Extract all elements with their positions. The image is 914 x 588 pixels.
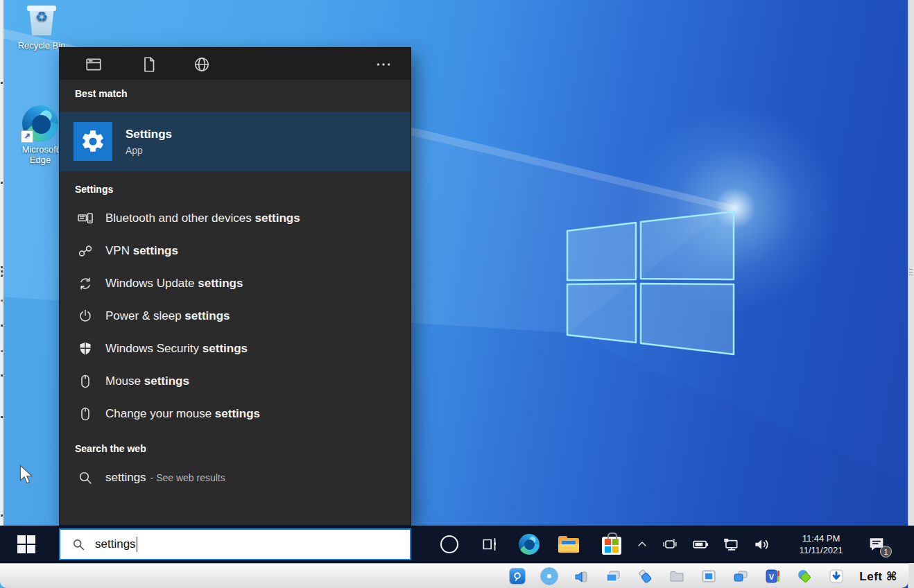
vm-displays-icon[interactable]: [604, 567, 622, 585]
vm-shared-folder-icon[interactable]: [668, 567, 686, 585]
mouse-cursor: [17, 465, 35, 484]
shortcut-arrow-icon: ↗: [21, 130, 33, 143]
search-icon: [77, 469, 94, 486]
speaker-volume-icon: [752, 535, 770, 553]
vm-sound-icon[interactable]: [572, 567, 590, 585]
tray-device-icon: [662, 536, 678, 553]
windows-update-icon: [77, 275, 94, 292]
text-caret: [137, 537, 138, 552]
windows-security-icon: [77, 340, 94, 357]
settings-section-header: Settings: [75, 184, 113, 195]
web-results-suffix: - See web results: [150, 472, 225, 483]
file-explorer-button[interactable]: [553, 526, 584, 563]
scrollbar-grip[interactable]: [909, 269, 913, 276]
action-center-button[interactable]: 1: [860, 526, 893, 563]
tab-more-icon[interactable]: [374, 55, 393, 74]
cortana-icon: [440, 535, 458, 553]
result-vpn-settings[interactable]: VPN settings: [60, 234, 411, 267]
vm-usb-icon[interactable]: [636, 567, 654, 585]
file-explorer-icon: [558, 536, 579, 553]
show-hidden-icons-button[interactable]: [630, 526, 655, 563]
search-input-value: settings: [95, 537, 136, 551]
clock-time: 11:44 PM: [788, 533, 854, 544]
vm-camera-icon[interactable]: [732, 567, 750, 585]
clock-date: 11/11/2021: [788, 544, 854, 556]
result-web-search[interactable]: settings- See web results: [60, 461, 411, 494]
microsoft-store-icon: [602, 537, 621, 555]
bluetooth-devices-icon: [77, 210, 94, 227]
window-left-edge: [0, 0, 3, 563]
task-view-button[interactable]: [474, 526, 505, 563]
mouse-icon: [77, 406, 94, 422]
result-power-sleep-settings[interactable]: Power & sleep settings: [60, 300, 411, 332]
cortana-button[interactable]: [434, 526, 465, 563]
vm-shared-network-icon[interactable]: [795, 567, 813, 585]
result-label: VPN settings: [105, 244, 178, 258]
search-filter-tabs: [60, 48, 411, 80]
power-icon: [77, 308, 94, 325]
chevron-up-icon: [635, 537, 649, 551]
vm-download-icon[interactable]: [827, 567, 845, 585]
vm-hdd-icon[interactable]: [508, 567, 526, 585]
edge-taskbar-button[interactable]: [514, 526, 544, 563]
best-match-result[interactable]: Settings App: [60, 112, 411, 171]
settings-app-icon: [74, 122, 112, 161]
vm-fullscreen-icon[interactable]: [700, 567, 718, 585]
start-button[interactable]: [11, 526, 42, 563]
notification-count-badge: 1: [880, 546, 892, 557]
keyboard-modifier-status: Left ⌘: [859, 569, 897, 584]
result-bluetooth-devices-settings[interactable]: Bluetooth and other devices settings: [60, 202, 411, 234]
best-match-title: Settings: [126, 128, 172, 141]
desktop-screen: ♻ Recycle Bin ↗ Microsoft Edge: [0, 0, 914, 588]
tray-device-button[interactable]: [656, 526, 684, 563]
windows-start-icon: [17, 535, 35, 553]
svg-text:V: V: [769, 573, 775, 581]
best-match-header: Best match: [75, 88, 127, 99]
battery-icon: [691, 535, 709, 553]
search-flyout-panel: Best match Settings App Settings Bluetoo…: [59, 47, 411, 526]
taskbar-search-box[interactable]: settings: [59, 528, 411, 560]
window-right-edge: [908, 0, 914, 588]
task-view-icon: [481, 535, 499, 553]
volume-button[interactable]: [748, 526, 775, 563]
result-label: Power & sleep settings: [105, 309, 230, 323]
result-label: Windows Update settings: [105, 277, 243, 291]
tab-apps-icon[interactable]: [85, 55, 103, 74]
vm-cd-icon[interactable]: [540, 567, 558, 585]
taskbar-clock[interactable]: 11:44 PM 11/11/2021: [788, 526, 854, 563]
result-windows-update-settings[interactable]: Windows Update settings: [60, 267, 411, 300]
result-label: Windows Security settings: [105, 342, 248, 356]
tab-documents-icon[interactable]: [140, 55, 158, 74]
result-change-mouse-settings[interactable]: Change your mouse settings: [60, 397, 411, 430]
vpn-icon: [77, 243, 94, 259]
result-mouse-settings[interactable]: Mouse settings: [60, 365, 411, 397]
microsoft-store-button[interactable]: [596, 526, 627, 563]
best-match-subtitle: App: [126, 145, 172, 156]
result-windows-security-settings[interactable]: Windows Security settings: [60, 332, 411, 365]
battery-status-button[interactable]: [687, 526, 714, 563]
vm-toolbox-icon[interactable]: V: [764, 567, 782, 585]
recycle-bin-icon: ♻: [26, 6, 58, 37]
tab-web-icon[interactable]: [193, 55, 211, 74]
desktop-icon-recycle-bin[interactable]: ♻ Recycle Bin: [14, 6, 69, 51]
vm-status-bar: V Left ⌘: [0, 563, 908, 588]
search-icon: [71, 537, 85, 551]
mouse-icon: [77, 373, 94, 390]
web-section-header: Search the web: [75, 443, 146, 454]
result-label: Change your mouse settings: [105, 407, 260, 421]
network-status-button[interactable]: [717, 526, 745, 563]
ethernet-network-icon: [722, 535, 740, 553]
result-label: Bluetooth and other devices settings: [105, 211, 300, 225]
edge-icon: [519, 534, 540, 555]
result-label: settings- See web results: [105, 471, 225, 485]
result-label: Mouse settings: [105, 374, 189, 388]
taskbar: settings: [0, 526, 914, 563]
